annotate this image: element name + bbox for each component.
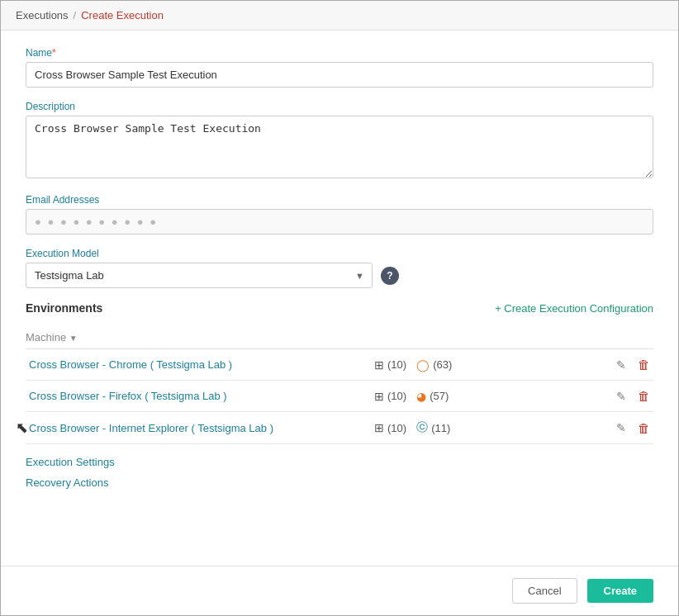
delete-icon-chrome[interactable]: 🗑 [638,358,650,372]
execution-model-row: Testsigma Lab ▼ ? [26,263,653,288]
machine-header: Machine ▼ [26,326,653,349]
os-stat-firefox: ⊞ (10) [374,390,406,403]
windows-icon: ⊞ [374,421,384,434]
create-execution-config-link[interactable]: + Create Execution Configuration [495,302,653,315]
ie-icon: ⓒ [416,420,428,435]
browser-stat-ie: ⓒ (11) [416,420,450,435]
browser-count-ie: (11) [431,422,450,434]
execution-model-select-wrapper: Testsigma Lab ▼ [26,263,373,288]
name-label-text: Name [26,47,52,59]
description-field-group: Description Cross Browser Sample Test Ex… [26,101,653,181]
action-icons-ie: ✎ 🗑 [563,421,650,435]
machine-label[interactable]: Machine ▼ [26,331,78,344]
help-icon[interactable]: ? [381,267,399,285]
breadcrumb-bar: Executions / Create Execution [1,1,678,31]
env-name-ie[interactable]: Cross Browser - Internet Explorer ( Test… [29,422,273,434]
email-label: Email Addresses [26,194,653,206]
machine-dropdown-arrow: ▼ [69,334,78,343]
browser-stat-chrome: ◯ (63) [416,358,452,372]
email-field-group: Email Addresses [26,194,653,235]
execution-model-label: Execution Model [26,248,653,259]
firefox-icon: ◕ [416,390,426,403]
env-stats-firefox: ⊞ (10) ◕ (57) [374,390,556,403]
required-star: * [52,47,56,59]
execution-model-field-group: Execution Model Testsigma Lab ▼ ? [26,248,653,288]
chrome-icon: ◯ [416,358,430,372]
edit-icon-ie[interactable]: ✎ [616,421,626,434]
breadcrumb-executions[interactable]: Executions [16,9,69,21]
delete-icon-firefox[interactable]: 🗑 [638,389,650,403]
breadcrumb-current: Create Execution [81,9,164,21]
table-row: Cross Browser - Firefox ( Testsigma Lab … [26,381,653,412]
env-stats-ie: ⊞ (10) ⓒ (11) [374,420,556,435]
browser-count-chrome: (63) [433,358,452,371]
os-count-firefox: (10) [387,390,406,402]
env-stats-chrome: ⊞ (10) ◯ (63) [374,358,556,372]
browser-stat-firefox: ◕ (57) [416,390,449,403]
name-field-group: Name* [26,47,653,88]
create-button[interactable]: Create [587,579,653,603]
description-label: Description [26,101,653,112]
action-icons-firefox: ✎ 🗑 [563,389,650,403]
action-icons-chrome: ✎ 🗑 [563,358,650,372]
name-label: Name* [26,47,653,59]
env-name-firefox[interactable]: Cross Browser - Firefox ( Testsigma Lab … [29,390,227,402]
form-content: ⬉ Name* Description Cross Browser Sample… [1,31,678,566]
execution-model-select[interactable]: Testsigma Lab [26,263,373,288]
os-count-ie: (10) [387,422,406,434]
table-row: Cross Browser - Chrome ( Testsigma Lab )… [26,349,653,381]
os-count-chrome: (10) [387,358,406,371]
browser-count-firefox: (57) [430,390,449,402]
edit-icon-chrome[interactable]: ✎ [616,358,626,372]
breadcrumb-separator: / [74,9,77,21]
name-input[interactable] [26,62,653,88]
environments-title: Environments [26,301,102,315]
table-row: Cross Browser - Internet Explorer ( Test… [26,412,653,444]
footer-bar: Cancel Create [1,566,678,615]
os-stat-chrome: ⊞ (10) [374,358,406,372]
windows-icon: ⊞ [374,390,384,403]
os-stat-ie: ⊞ (10) [374,421,406,434]
settings-links: Execution Settings Recovery Actions [26,456,653,489]
windows-icon: ⊞ [374,358,384,372]
environments-table: Cross Browser - Chrome ( Testsigma Lab )… [26,349,653,444]
machine-label-text: Machine [26,331,66,344]
cancel-button[interactable]: Cancel [512,578,577,604]
env-name-chrome[interactable]: Cross Browser - Chrome ( Testsigma Lab ) [29,358,232,371]
edit-icon-firefox[interactable]: ✎ [616,390,626,403]
email-input[interactable] [26,209,653,235]
environments-header: Environments + Create Execution Configur… [26,301,653,315]
execution-settings-link[interactable]: Execution Settings [26,456,653,468]
recovery-actions-link[interactable]: Recovery Actions [26,476,653,489]
description-input[interactable]: Cross Browser Sample Test Execution [26,116,653,178]
delete-icon-ie[interactable]: 🗑 [638,421,650,435]
